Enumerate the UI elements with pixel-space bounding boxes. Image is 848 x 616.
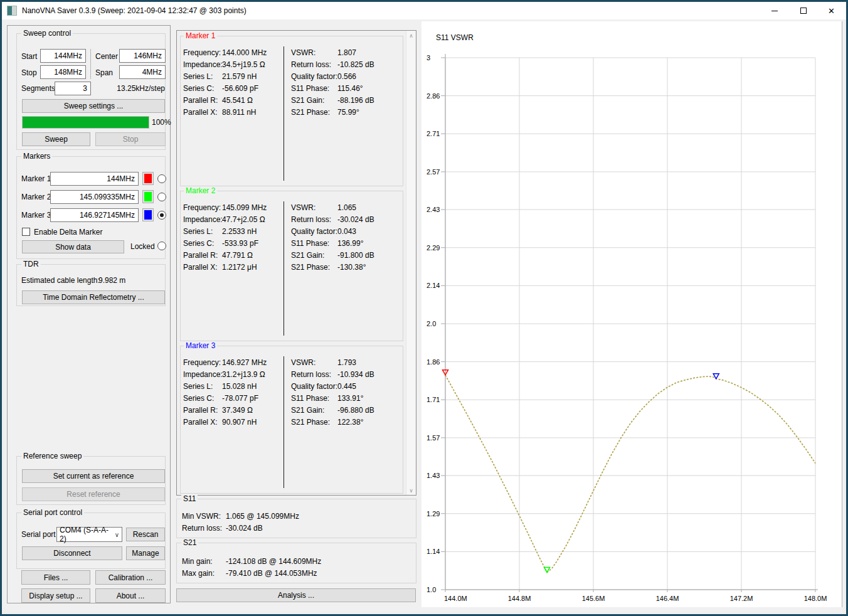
vertical-scrollbar[interactable]: ∧ ∨ bbox=[406, 31, 416, 495]
sweep-settings-button[interactable]: Sweep settings ... bbox=[22, 99, 165, 113]
tdr-button[interactable]: Time Domain Reflectometry ... bbox=[22, 290, 165, 304]
locked-radio[interactable] bbox=[157, 242, 166, 250]
marker1-input[interactable] bbox=[50, 172, 139, 186]
window-content: NanoVNA Saver 0.3.9 (Sweep: 2021-09-04 1… bbox=[2, 2, 846, 614]
detail-label: S11 Phase: bbox=[291, 84, 337, 93]
close-icon: ✕ bbox=[828, 7, 835, 15]
marker1-left-column: Frequency:144.000 MHzImpedance:34.5+j19.… bbox=[183, 46, 282, 118]
rescan-button[interactable]: Rescan bbox=[126, 528, 165, 541]
detail-label: Parallel R: bbox=[183, 251, 222, 260]
set-reference-button[interactable]: Set current as reference bbox=[22, 469, 165, 483]
y-tick-label: 2.43 bbox=[427, 206, 440, 213]
detail-row: S21 Gain:-88.196 dB bbox=[291, 94, 400, 106]
y-tick-label: 2.71 bbox=[427, 130, 440, 137]
detail-row: Parallel X:90.907 nH bbox=[183, 416, 282, 428]
close-button[interactable]: ✕ bbox=[817, 2, 845, 19]
serial-port-select[interactable]: COM4 (S-A-A-2) ∨ bbox=[56, 527, 122, 542]
detail-label: S21 Gain: bbox=[291, 96, 337, 105]
marker-details-scroll-area: Marker 1 Frequency:144.000 MHzImpedance:… bbox=[176, 30, 416, 496]
disconnect-button[interactable]: Disconnect bbox=[22, 546, 122, 560]
stop-label: Stop bbox=[21, 68, 37, 77]
marker2-label: Marker 2 bbox=[21, 193, 51, 201]
show-data-button[interactable]: Show data bbox=[22, 240, 124, 253]
detail-label: Parallel R: bbox=[183, 406, 222, 415]
y-tick-label: 1.29 bbox=[427, 510, 440, 518]
detail-label: S11 Phase: bbox=[291, 239, 337, 248]
segments-input[interactable] bbox=[55, 82, 91, 95]
detail-label: Return loss: bbox=[291, 370, 337, 379]
detail-value: -533.93 pF bbox=[222, 239, 258, 248]
detail-row: Quality factor:0.566 bbox=[291, 70, 400, 82]
manage-button[interactable]: Manage bbox=[126, 546, 165, 560]
marker3-label: Marker 3 bbox=[21, 211, 51, 220]
marker1-details-box: Marker 1 Frequency:144.000 MHzImpedance:… bbox=[180, 36, 403, 186]
detail-label: Series C: bbox=[183, 394, 222, 403]
detail-label: Quality factor: bbox=[291, 227, 337, 236]
detail-value: -30.024 dB bbox=[337, 215, 374, 224]
stop-input[interactable] bbox=[40, 65, 86, 79]
vswr-chart-panel[interactable]: 32.862.712.572.432.292.142.01.861.711.57… bbox=[421, 21, 842, 607]
title-bar[interactable]: NanoVNA Saver 0.3.9 (Sweep: 2021-09-04 1… bbox=[2, 2, 846, 19]
sweep-control-legend: Sweep control bbox=[21, 29, 73, 38]
y-tick-label: 1.57 bbox=[427, 434, 440, 442]
enable-delta-label: Enable Delta Marker bbox=[34, 228, 102, 236]
marker2-radio[interactable] bbox=[157, 193, 166, 201]
scroll-down-icon[interactable]: ∨ bbox=[406, 486, 416, 495]
marker1-color-button[interactable] bbox=[142, 172, 154, 185]
detail-row: S21 Phase:75.99° bbox=[291, 106, 400, 118]
detail-label: Frequency: bbox=[183, 48, 222, 57]
stop-sweep-button[interactable]: Stop bbox=[95, 132, 166, 146]
y-tick-label: 2.86 bbox=[427, 92, 440, 100]
chevron-down-icon: ∨ bbox=[115, 531, 119, 538]
locked-label: Locked bbox=[130, 242, 155, 251]
marker3-right-column: VSWR:1.793Return loss:-10.934 dBQuality … bbox=[291, 356, 400, 428]
detail-label: S11 Phase: bbox=[291, 394, 337, 403]
reset-reference-button[interactable]: Reset reference bbox=[22, 487, 165, 501]
segments-label: Segments bbox=[21, 84, 55, 93]
serial-port-value: COM4 (S-A-A-2) bbox=[60, 526, 115, 543]
marker3-input[interactable] bbox=[50, 208, 139, 222]
display-setup-button[interactable]: Display setup ... bbox=[21, 588, 90, 603]
s11-vswr-chart[interactable]: 32.862.712.572.432.292.142.01.861.711.57… bbox=[421, 21, 842, 607]
span-input[interactable] bbox=[119, 65, 166, 79]
detail-row: S21 Gain:-96.880 dB bbox=[291, 404, 400, 416]
marker1-radio[interactable] bbox=[157, 174, 166, 183]
serial-port-legend: Serial port control bbox=[21, 508, 84, 517]
scroll-up-icon[interactable]: ∧ bbox=[406, 31, 416, 40]
detail-value: -124.108 dB @ 144.609MHz bbox=[226, 557, 321, 566]
detail-value: 122.38° bbox=[337, 418, 364, 427]
detail-label: VSWR: bbox=[291, 358, 337, 367]
reference-sweep-legend: Reference sweep bbox=[21, 452, 83, 460]
analysis-button[interactable]: Analysis ... bbox=[176, 588, 416, 602]
detail-label: Return loss: bbox=[291, 215, 337, 224]
detail-label: Series C: bbox=[183, 239, 222, 248]
marker2-color-button[interactable] bbox=[142, 190, 154, 203]
calibration-button[interactable]: Calibration ... bbox=[95, 570, 166, 585]
chart-marker-triangle bbox=[544, 567, 550, 572]
detail-label: Series L: bbox=[183, 72, 222, 81]
about-button[interactable]: About ... bbox=[95, 588, 166, 603]
detail-label: S21 Gain: bbox=[291, 406, 337, 415]
marker3-color-button[interactable] bbox=[142, 208, 154, 221]
maximize-button[interactable] bbox=[789, 2, 817, 19]
chart-marker-triangle bbox=[713, 374, 719, 379]
marker3-radio[interactable] bbox=[157, 211, 166, 220]
marker1-color-swatch bbox=[144, 174, 152, 183]
marker2-input[interactable] bbox=[50, 190, 139, 204]
detail-row: Quality factor:0.445 bbox=[291, 380, 400, 392]
detail-value: 75.99° bbox=[337, 108, 359, 117]
detail-value: 37.349 Ω bbox=[222, 406, 253, 415]
detail-row: Series C:-78.077 pF bbox=[183, 392, 282, 404]
markers-legend: Markers bbox=[21, 152, 52, 161]
enable-delta-checkbox[interactable] bbox=[22, 228, 30, 236]
start-input[interactable] bbox=[40, 49, 86, 63]
center-input[interactable] bbox=[119, 49, 166, 63]
detail-value: -78.077 pF bbox=[222, 394, 258, 403]
minimize-button[interactable] bbox=[760, 2, 788, 19]
sweep-button[interactable]: Sweep bbox=[22, 132, 90, 146]
files-button[interactable]: Files ... bbox=[21, 570, 90, 585]
detail-row: Return loss:-30.024 dB bbox=[182, 522, 411, 534]
y-tick-label: 1.14 bbox=[427, 548, 440, 555]
detail-label: Frequency: bbox=[183, 358, 222, 367]
marker2-right-column: VSWR:1.065Return loss:-30.024 dBQuality … bbox=[291, 201, 400, 273]
